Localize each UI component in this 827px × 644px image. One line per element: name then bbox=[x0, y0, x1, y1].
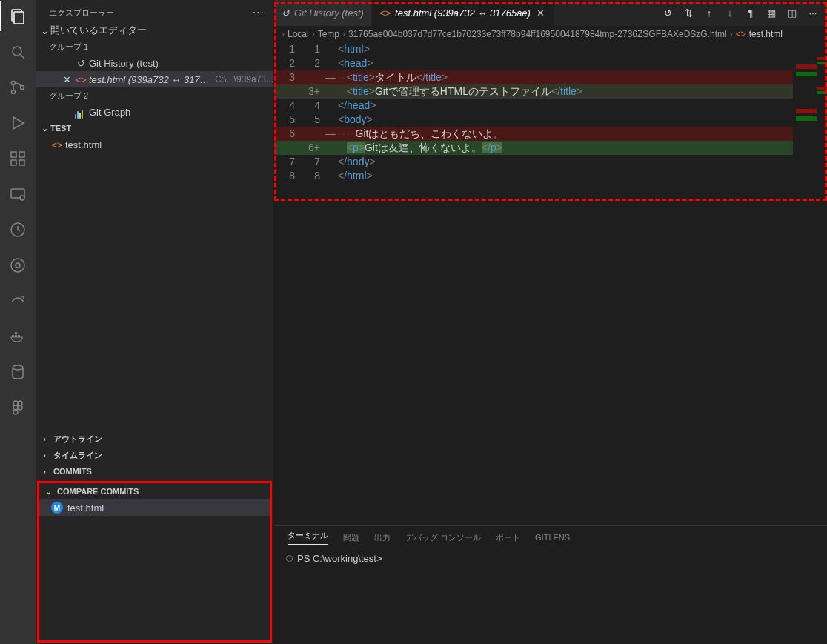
chevron-right-icon: › bbox=[39, 467, 50, 476]
compare-commits-label: COMPARE COMMITS bbox=[57, 487, 139, 496]
svg-point-22 bbox=[18, 401, 22, 405]
tab-bar: ↺ Git History (test) <> test.html (939a7… bbox=[274, 0, 827, 26]
more-actions-icon[interactable]: ··· bbox=[806, 7, 820, 19]
source-control-activity-icon[interactable] bbox=[0, 76, 36, 99]
overview-ruler[interactable] bbox=[817, 42, 827, 183]
svg-rect-9 bbox=[11, 160, 16, 165]
workspace-file-test-html[interactable]: <> test.html bbox=[36, 136, 273, 153]
tab-label: test.html (939a732 ↔ 31765ae) bbox=[395, 7, 531, 19]
open-editor-diff-file[interactable]: ✕ <> test.html (939a732 ↔ 31765ae) C:\..… bbox=[36, 71, 273, 87]
tab-label: Git History (test) bbox=[294, 7, 364, 19]
svg-point-23 bbox=[13, 405, 18, 410]
minimap[interactable] bbox=[793, 42, 817, 183]
open-editors-label: 開いているエディター bbox=[50, 24, 147, 37]
timeline-activity-icon[interactable] bbox=[0, 218, 36, 242]
outline-label: アウトライン bbox=[53, 434, 102, 445]
sidebar-header: エクスプローラー ··· bbox=[36, 0, 273, 22]
tab-ports[interactable]: ポート bbox=[496, 532, 520, 543]
modified-badge: M bbox=[51, 502, 63, 514]
sidebar-title: エクスプローラー bbox=[49, 7, 114, 19]
extensions-activity-icon[interactable] bbox=[0, 147, 36, 170]
swap-action-icon[interactable]: ⇅ bbox=[682, 7, 695, 19]
svg-rect-1 bbox=[14, 12, 24, 24]
file-label: Git Graph bbox=[89, 107, 273, 118]
gitlens-activity-icon[interactable] bbox=[0, 253, 36, 277]
compare-file-label: test.html bbox=[67, 502, 104, 514]
tab-debug-console[interactable]: デバッグ コンソール bbox=[405, 532, 481, 543]
whitespace-icon[interactable]: ¶ bbox=[744, 7, 757, 19]
file-label: Git History (test) bbox=[89, 58, 273, 69]
open-editor-git-graph[interactable]: Git Graph bbox=[36, 104, 273, 120]
close-icon[interactable]: ✕ bbox=[61, 74, 73, 85]
svg-line-3 bbox=[21, 55, 24, 59]
tab-terminal[interactable]: ターミナル bbox=[288, 530, 328, 545]
breadcrumb[interactable]: › Local › Temp › 31765ae004b037d7d77ce1b… bbox=[274, 26, 827, 42]
sidebar-more-icon[interactable]: ··· bbox=[253, 6, 265, 19]
compare-file-row[interactable]: M test.html bbox=[39, 499, 270, 516]
timeline-section[interactable]: › タイムライン bbox=[36, 447, 273, 463]
chevron-down-icon: ⌄ bbox=[42, 487, 54, 497]
breadcrumb-item[interactable]: 31765ae004b037d7d77ce1b70233e73ff78b94ff… bbox=[348, 29, 727, 39]
svg-point-14 bbox=[11, 259, 24, 272]
svg-point-12 bbox=[20, 196, 24, 200]
breadcrumb-item[interactable]: Temp bbox=[318, 29, 339, 39]
git-graph-icon bbox=[73, 107, 89, 116]
tab-diff-file[interactable]: <> test.html (939a732 ↔ 31765ae) ✕ bbox=[372, 0, 555, 26]
search-activity-icon[interactable] bbox=[0, 40, 36, 64]
chevron-down-icon: ⌄ bbox=[39, 25, 50, 36]
svg-point-25 bbox=[13, 410, 18, 414]
svg-point-21 bbox=[13, 401, 18, 405]
breadcrumb-item[interactable]: Local bbox=[288, 29, 309, 39]
open-editors-header[interactable]: ⌄ 開いているエディター bbox=[36, 22, 273, 39]
docker-activity-icon[interactable] bbox=[0, 325, 36, 348]
svg-point-5 bbox=[12, 90, 16, 94]
tab-gitlens[interactable]: GITLENS bbox=[535, 533, 570, 542]
svg-point-20 bbox=[13, 365, 23, 370]
svg-rect-7 bbox=[11, 152, 16, 157]
next-diff-icon[interactable]: ↓ bbox=[723, 7, 737, 19]
open-editors-section: ⌄ 開いているエディター グループ 1 ↺ Git History (test)… bbox=[36, 22, 273, 153]
svg-rect-19 bbox=[15, 332, 17, 334]
svg-rect-8 bbox=[19, 152, 24, 157]
sidebar: エクスプローラー ··· ⌄ 開いているエディター グループ 1 ↺ Git H… bbox=[36, 0, 274, 644]
activity-bar bbox=[0, 0, 36, 644]
file-path-label: C:\...\939a73... bbox=[215, 74, 273, 84]
share-activity-icon[interactable] bbox=[0, 289, 36, 313]
tab-git-history[interactable]: ↺ Git History (test) bbox=[274, 0, 372, 26]
html-file-icon: <> bbox=[49, 139, 65, 150]
database-activity-icon[interactable] bbox=[0, 360, 36, 384]
tab-output[interactable]: 出力 bbox=[374, 532, 391, 543]
commits-section[interactable]: › COMMITS bbox=[36, 463, 273, 479]
outline-section[interactable]: › アウトライン bbox=[36, 431, 273, 447]
diff-editor[interactable]: 11<html> 22<head> 3—··<title>タイトル</title… bbox=[274, 42, 827, 183]
history-icon: ↺ bbox=[282, 7, 290, 19]
chevron-right-icon: › bbox=[730, 29, 733, 39]
history-action-icon[interactable]: ↺ bbox=[661, 7, 674, 19]
remote-activity-icon[interactable] bbox=[0, 182, 36, 206]
open-file-icon[interactable]: ▦ bbox=[765, 7, 778, 19]
prev-diff-icon[interactable]: ↑ bbox=[703, 7, 716, 19]
compare-commits-header[interactable]: ⌄ COMPARE COMMITS bbox=[39, 483, 270, 499]
group-1-label: グループ 1 bbox=[36, 39, 273, 55]
svg-point-4 bbox=[12, 82, 16, 85]
explorer-activity-icon[interactable] bbox=[0, 4, 36, 28]
breadcrumb-file[interactable]: <>test.html bbox=[736, 29, 783, 39]
tab-problems[interactable]: 問題 bbox=[343, 532, 359, 543]
figma-activity-icon[interactable] bbox=[0, 396, 36, 419]
app-root: エクスプローラー ··· ⌄ 開いているエディター グループ 1 ↺ Git H… bbox=[0, 0, 827, 644]
chevron-right-icon: › bbox=[39, 434, 50, 443]
svg-point-24 bbox=[18, 405, 22, 410]
svg-point-15 bbox=[16, 263, 20, 268]
workspace-label: TEST bbox=[50, 124, 71, 133]
compare-commits-section: ⌄ COMPARE COMMITS M test.html bbox=[37, 481, 272, 643]
history-icon: ↺ bbox=[73, 58, 89, 69]
workspace-header[interactable]: ⌄ TEST bbox=[36, 120, 273, 136]
run-debug-activity-icon[interactable] bbox=[0, 111, 36, 135]
open-editor-git-history[interactable]: ↺ Git History (test) bbox=[36, 55, 273, 71]
bottom-panel: ターミナル 問題 出力 デバッグ コンソール ポート GITLENS PS C:… bbox=[274, 525, 827, 644]
commits-label: COMMITS bbox=[53, 467, 92, 476]
split-editor-icon[interactable]: ◫ bbox=[786, 7, 799, 19]
terminal-prompt: PS C:\working\test> bbox=[297, 553, 382, 564]
close-icon[interactable]: ✕ bbox=[535, 7, 547, 19]
terminal-body[interactable]: PS C:\working\test> bbox=[274, 548, 827, 644]
